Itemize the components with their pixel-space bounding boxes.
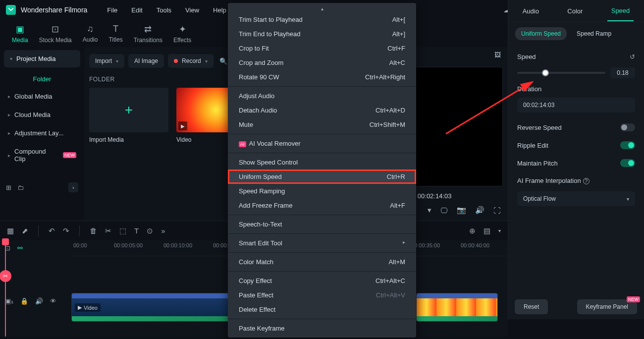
playhead-handle[interactable] bbox=[2, 238, 9, 245]
total-time: 00:02:14:03 bbox=[418, 192, 452, 200]
collapse-button[interactable]: ‹ bbox=[68, 182, 78, 192]
speed-value-input[interactable]: 0.18 bbox=[610, 67, 635, 78]
import-dropdown[interactable]: Import▾ bbox=[89, 54, 124, 68]
tab-audio-props[interactable]: Audio bbox=[519, 1, 543, 21]
context-item-smart-edit-tool[interactable]: Smart Edit Tool▸ bbox=[228, 236, 416, 250]
snapshot-icon[interactable]: 🖼 bbox=[494, 51, 501, 63]
crop-icon[interactable]: ⬚ bbox=[119, 226, 126, 235]
folder-tab[interactable]: Folder bbox=[4, 70, 80, 88]
chevron-down-icon: ▾ bbox=[627, 196, 629, 202]
context-item-rotate-90-cw[interactable]: Rotate 90 CWCtrl+Alt+Right bbox=[228, 70, 416, 84]
context-item-adjust-audio[interactable]: Adjust Audio bbox=[228, 89, 416, 103]
tab-stock-media[interactable]: ⊡Stock Media bbox=[39, 24, 72, 47]
audio-icon: ♫ bbox=[87, 24, 94, 34]
sidebar-compound-clip[interactable]: ▸Compound ClipNEW bbox=[4, 143, 80, 168]
timeline-options-icon[interactable]: ▾ bbox=[498, 228, 501, 233]
visibility-icon[interactable]: 👁 bbox=[50, 297, 56, 305]
add-marker-icon[interactable]: ⊕ bbox=[469, 226, 476, 235]
interp-dropdown[interactable]: Optical Flow ▾ bbox=[517, 191, 635, 206]
context-item-trim-end-to-playhead[interactable]: Trim End to PlayheadAlt+] bbox=[228, 27, 416, 41]
ruler-mark: 00:00:05:00 bbox=[114, 242, 143, 248]
context-item-mute[interactable]: MuteCtrl+Shift+M bbox=[228, 117, 416, 132]
fullscreen-icon[interactable]: ⛶ bbox=[493, 206, 501, 215]
subtab-speed-ramp[interactable]: Speed Ramp bbox=[571, 27, 617, 40]
tab-effects[interactable]: ✦Effects bbox=[173, 24, 191, 47]
tab-titles[interactable]: TTitles bbox=[108, 24, 122, 47]
reset-icon[interactable]: ↺ bbox=[630, 53, 635, 60]
display-icon[interactable]: 🖵 bbox=[440, 206, 448, 215]
split-at-playhead[interactable]: ✂ bbox=[0, 270, 11, 282]
redo-icon[interactable]: ↷ bbox=[63, 226, 69, 235]
context-item-label: Crop and Zoom bbox=[239, 59, 283, 66]
menu-help[interactable]: Help bbox=[213, 6, 226, 14]
timeline-view-icon[interactable]: ▤ bbox=[483, 226, 490, 235]
context-item-color-match[interactable]: Color MatchAlt+M bbox=[228, 255, 416, 269]
bin-icon[interactable]: 🗀 bbox=[17, 184, 24, 191]
playhead[interactable]: ✂ bbox=[5, 240, 6, 337]
context-item-add-freeze-frame[interactable]: Add Freeze FrameAlt+F bbox=[228, 198, 416, 213]
transitions-icon: ⇄ bbox=[144, 24, 152, 35]
speed-icon[interactable]: ⊙ bbox=[147, 226, 153, 235]
maintain-pitch-label: Maintain Pitch bbox=[517, 160, 558, 167]
context-item-trim-start-to-playhead[interactable]: Trim Start to PlayheadAlt+[ bbox=[228, 12, 416, 27]
context-item-crop-and-zoom[interactable]: Crop and ZoomAlt+C bbox=[228, 56, 416, 70]
reverse-speed-toggle[interactable] bbox=[620, 123, 635, 131]
more-icon[interactable]: » bbox=[161, 226, 165, 235]
volume-icon[interactable]: 🔊 bbox=[475, 206, 484, 215]
search-icon[interactable]: 🔍 bbox=[219, 57, 227, 65]
app-title: Wondershare Filmora bbox=[21, 6, 87, 14]
menu-view[interactable]: View bbox=[185, 6, 199, 14]
context-item-copy-effect[interactable]: Copy EffectCtrl+Alt+C bbox=[228, 274, 416, 288]
context-separator bbox=[228, 86, 416, 87]
maintain-pitch-toggle[interactable] bbox=[620, 159, 635, 167]
menu-tools[interactable]: Tools bbox=[157, 6, 171, 14]
subtab-uniform-speed[interactable]: Uniform Speed bbox=[515, 27, 567, 40]
undo-icon[interactable]: ↶ bbox=[49, 226, 55, 235]
lock-icon[interactable]: 🔒 bbox=[20, 297, 28, 305]
record-dropdown[interactable]: Record▾ bbox=[168, 54, 214, 68]
cursor-icon[interactable]: ⬈ bbox=[22, 226, 28, 235]
delete-icon[interactable]: 🗑 bbox=[90, 226, 97, 235]
menu-edit[interactable]: Edit bbox=[131, 6, 142, 14]
tab-speed-props[interactable]: Speed bbox=[607, 1, 634, 21]
context-item-crop-to-fit[interactable]: Crop to FitCtrl+F bbox=[228, 41, 416, 56]
timeline-clip[interactable]: ▶ Video bbox=[71, 293, 230, 322]
timeline-clip[interactable] bbox=[416, 293, 498, 322]
context-item-delete-effect[interactable]: Delete Effect bbox=[228, 302, 416, 317]
split-icon[interactable]: ✂ bbox=[105, 226, 111, 235]
grid-layout-icon[interactable]: ▦ bbox=[7, 226, 14, 235]
context-item-uniform-speed[interactable]: Uniform SpeedCtrl+R bbox=[228, 170, 416, 184]
tab-audio[interactable]: ♫Audio bbox=[83, 24, 98, 47]
import-media-tile[interactable]: + Import Media bbox=[89, 88, 168, 143]
context-item-ai-vocal-remover[interactable]: AIAI Vocal Remover bbox=[228, 136, 416, 151]
quality-dropdown[interactable]: ▾ bbox=[428, 206, 431, 215]
sidebar-global-media[interactable]: ▸Global Media bbox=[4, 88, 80, 105]
tab-transitions[interactable]: ⇄Transitions bbox=[134, 24, 162, 47]
duration-input[interactable]: 00:02:14:03 bbox=[517, 98, 635, 113]
scroll-up-indicator[interactable]: ▴ bbox=[228, 5, 416, 12]
context-item-detach-audio[interactable]: Detach AudioCtrl+Alt+D bbox=[228, 103, 416, 117]
mute-icon[interactable]: 🔊 bbox=[35, 297, 43, 305]
info-icon[interactable]: ? bbox=[583, 178, 590, 184]
link-icon[interactable]: ⚯ bbox=[17, 244, 23, 252]
speed-slider[interactable] bbox=[517, 72, 605, 74]
tab-color-props[interactable]: Color bbox=[563, 1, 587, 21]
context-item-label: Crop to Fit bbox=[239, 45, 269, 52]
context-shortcut: Alt+M bbox=[388, 258, 405, 266]
camera-icon[interactable]: 📷 bbox=[457, 206, 466, 215]
keyframe-panel-button[interactable]: Keyframe Panel NEW bbox=[577, 299, 637, 314]
tab-media[interactable]: ▣Media bbox=[12, 24, 28, 47]
sidebar-adjustment-layer[interactable]: ▸Adjustment Lay... bbox=[4, 124, 80, 142]
context-item-speech-to-text[interactable]: Speech-to-Text bbox=[228, 217, 416, 231]
menu-file[interactable]: File bbox=[107, 6, 117, 14]
project-media-dropdown[interactable]: ▾ Project Media bbox=[4, 50, 80, 67]
reset-button[interactable]: Reset bbox=[515, 299, 548, 314]
track-settings-icon[interactable]: ▣₁ bbox=[5, 297, 13, 305]
ai-image-button[interactable]: AI Image bbox=[128, 54, 164, 68]
sidebar-cloud-media[interactable]: ▸Cloud Media bbox=[4, 106, 80, 123]
text-icon[interactable]: T bbox=[134, 226, 139, 235]
new-folder-icon[interactable]: ⊞ bbox=[6, 184, 11, 191]
context-item-speed-ramping[interactable]: Speed Ramping bbox=[228, 184, 416, 198]
ripple-edit-toggle[interactable] bbox=[620, 141, 635, 149]
slider-thumb[interactable] bbox=[542, 69, 549, 76]
